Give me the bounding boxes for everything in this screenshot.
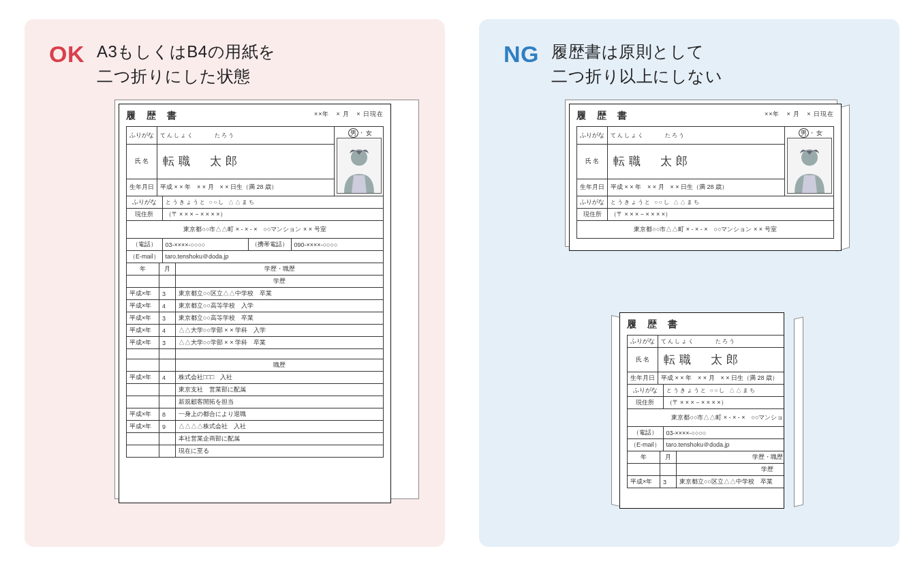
table-cell: 平成×年	[127, 288, 159, 300]
ng-fold-horizontal: 履 歴 書 ××年 × 月 × 日現在 ふりがな てんしょく たろう 男・ 女	[569, 104, 842, 251]
birth-label: 生年月日	[628, 372, 658, 385]
addr-label: 現住所	[577, 209, 608, 221]
resume-date: ××年 × 月 × 日現在	[314, 110, 384, 119]
mobile-value: 090-××××-○○○○	[291, 239, 383, 251]
addr-furigana: とうきょうと ○○し △△まち	[162, 196, 383, 209]
resume-sheet-cropped: 履 歴 書 ××年 × 月 × 日現在 ふりがな てんしょく たろう 男・ 女	[569, 104, 842, 251]
table-cell: 東京都立○○区立△△中学校 卒業	[677, 476, 785, 488]
table-cell: 東京都立○○区立△△中学校 卒業	[176, 288, 384, 300]
table-cell: 本社営業企画部に配属	[176, 433, 384, 445]
ng-illustration: 履 歴 書 ××年 × 月 × 日現在 ふりがな てんしょく たろう 男・ 女	[504, 104, 878, 520]
table-cell	[159, 384, 176, 396]
edu-heading: 学歴	[677, 464, 785, 476]
email-label: （E-mail）	[127, 251, 163, 263]
ng-title-line1: 履歴書は原則として	[551, 42, 705, 61]
table-cell: 新規顧客開拓を担当	[176, 396, 384, 408]
table-cell: 平成×年	[628, 476, 660, 488]
address-table: ふりがな とうきょうと ○○し △△まち 現住所 （〒 × × × − × × …	[126, 196, 384, 263]
table-cell: 一身上の都合により退職	[176, 408, 384, 421]
ok-sheet-stack: 履 歴 書 ××年 × 月 × 日現在 ふりがな てんしょく たろう 男・ 女	[119, 104, 423, 503]
col-month: 月	[660, 451, 677, 464]
address-value: 東京都○○市△△町 × - × - × ○○マンション × × 号室	[127, 221, 384, 239]
work-heading: 職歴	[176, 359, 384, 372]
email-value: taro.tenshoku＠doda.jp	[663, 439, 784, 451]
tel-value: 03-××××-○○○○	[663, 427, 784, 439]
ok-title-line2: 二つ折りにした状態	[97, 67, 251, 85]
postal: （〒 × × × − × × × ×）	[663, 397, 784, 409]
name-value: 転職 太郎	[157, 144, 335, 179]
ok-title-line1: A3もしくはB4の用紙を	[97, 42, 276, 61]
ng-title-line2: 二つ折り以上にしない	[551, 67, 722, 85]
col-month: 月	[159, 263, 176, 275]
table-cell: 平成×年	[127, 408, 159, 421]
tel-value: 03-××××-○○○○	[162, 239, 248, 251]
addr-furigana-label: ふりがな	[127, 196, 163, 209]
address-value: 東京都○○市△△町 × - × - × ○○マンション × × 号室	[577, 221, 834, 239]
address-table: ふりがなとうきょうと ○○し △△まち 現住所（〒 × × × − × × × …	[627, 384, 784, 451]
birth-value: 平成 × × 年 × × 月 × × 日生（満 28 歳）	[608, 179, 785, 196]
tel-label: （電話）	[628, 427, 664, 439]
fold-flap	[794, 317, 803, 507]
table-cell: 9	[159, 421, 176, 433]
table-cell: 4	[159, 300, 176, 312]
table-cell	[159, 445, 176, 458]
birth-label: 生年月日	[127, 179, 157, 196]
addr-furigana-label: ふりがな	[577, 196, 608, 209]
col-year: 年	[628, 451, 660, 464]
addr-furigana-label: ふりがな	[628, 385, 664, 397]
ok-header: OK A3もしくはB4の用紙を 二つ折りにした状態	[49, 40, 423, 89]
addr-furigana: とうきょうと ○○し △△まち	[608, 196, 834, 209]
table-cell	[127, 384, 159, 396]
tel-label: （電話）	[127, 239, 163, 251]
email-value: taro.tenshoku＠doda.jp	[162, 251, 383, 263]
identity-table: ふりがな てんしょく たろう 男・ 女 氏 名 転職 太郎	[576, 126, 834, 196]
table-cell: △△△△株式会社 入社	[176, 421, 384, 433]
gender-circle: 男	[799, 128, 809, 138]
resume-date: ××年 × 月 × 日現在	[765, 110, 834, 119]
history-table: 年月学歴・職歴 学歴 平成×年3東京都立○○区立△△中学校 卒業	[627, 451, 784, 488]
name-value: 転職 太郎	[608, 144, 785, 179]
table-cell	[127, 445, 159, 458]
ok-badge: OK	[49, 40, 84, 65]
address-value: 東京都○○市△△町 × - × - × ○○マンション × × 号室	[628, 409, 785, 427]
table-cell: 平成×年	[127, 421, 159, 433]
table-cell	[127, 433, 159, 445]
table-cell	[159, 396, 176, 408]
table-cell: 平成×年	[127, 372, 159, 384]
table-cell: 現在に至る	[176, 445, 384, 458]
address-table: ふりがなとうきょうと ○○し △△まち 現住所（〒 × × × − × × × …	[576, 196, 834, 239]
birth-label: 生年月日	[577, 179, 608, 196]
name-furigana: てんしょく たろう	[157, 127, 335, 145]
name-label: 氏 名	[127, 144, 157, 179]
ng-badge: NG	[504, 40, 539, 65]
table-cell: 8	[159, 408, 176, 421]
history-table: 年 月 学歴・職歴 学歴 平成×年3東京都立○○区立△△中学校 卒業 平成×年4…	[126, 263, 384, 458]
ng-header: NG 履歴書は原則として 二つ折り以上にしない	[504, 40, 878, 89]
table-cell: 4	[159, 325, 176, 337]
ok-title: A3もしくはB4の用紙を 二つ折りにした状態	[97, 40, 276, 89]
furigana-label: ふりがな	[628, 336, 658, 348]
table-cell	[127, 396, 159, 408]
table-cell	[159, 433, 176, 445]
id-photo	[337, 138, 382, 194]
ok-panel: OK A3もしくはB4の用紙を 二つ折りにした状態 履 歴 書 ××年 × 月 …	[25, 19, 445, 547]
name-furigana: てんしょく たろう	[658, 336, 785, 348]
name-label: 氏 名	[577, 144, 608, 179]
resume-title: 履 歴 書	[126, 110, 181, 122]
table-cell: 平成×年	[127, 337, 159, 349]
name-furigana: てんしょく たろう	[608, 127, 785, 145]
furigana-label: ふりがな	[127, 127, 157, 145]
col-hist: 学歴・職歴	[677, 451, 785, 464]
col-year: 年	[127, 263, 159, 275]
table-cell: △△大学○○学部 × × 学科 入学	[176, 325, 384, 337]
mobile-label: （携帯電話）	[248, 239, 291, 251]
email-label: （E-mail）	[628, 439, 664, 451]
ng-panel: NG 履歴書は原則として 二つ折り以上にしない 履 歴 書 ××年 × 月 × …	[479, 19, 899, 547]
table-cell: 東京支社 営業部に配属	[176, 384, 384, 396]
table-cell: 4	[159, 372, 176, 384]
table-cell: 平成×年	[127, 300, 159, 312]
identity-table: ふりがなてんしょく たろう 氏 名転職 太郎 生年月日平成 × × 年 × × …	[627, 335, 784, 385]
id-photo	[787, 138, 832, 194]
resume-title: 履 歴 書	[576, 110, 631, 122]
name-label: 氏 名	[628, 348, 658, 372]
